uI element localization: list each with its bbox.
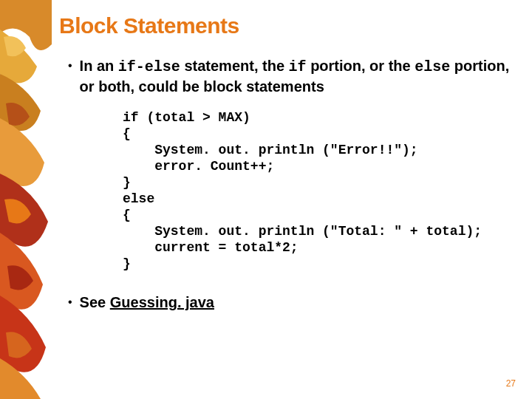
code-fragment: if-else (118, 58, 180, 75)
text-fragment: statement, the (180, 58, 289, 74)
left-decoration-image (0, 0, 52, 399)
bullet-text-2: See Guessing. java (80, 293, 214, 312)
page-number: 27 (506, 378, 516, 389)
code-fragment: if (289, 58, 307, 75)
leaves-decoration-icon (0, 0, 52, 399)
bullet-marker-icon: • (68, 56, 72, 75)
slide-content: Block Statements • In an if-else stateme… (59, 13, 514, 381)
code-block: if (total > MAX) { System. out. println … (123, 109, 514, 272)
bullet-marker-icon: • (68, 293, 72, 312)
text-fragment: portion, or the (307, 58, 415, 74)
bullet-item-2: • See Guessing. java (59, 293, 514, 312)
bullet-item-1: • In an if-else statement, the if portio… (59, 56, 514, 96)
text-fragment: See (80, 294, 110, 310)
text-fragment: In an (80, 58, 118, 74)
slide: Block Statements • In an if-else stateme… (0, 0, 532, 399)
slide-title: Block Statements (59, 13, 514, 38)
guessing-java-link[interactable]: Guessing. java (110, 294, 214, 310)
code-fragment: else (415, 58, 450, 75)
bullet-text-1: In an if-else statement, the if portion,… (80, 56, 514, 96)
